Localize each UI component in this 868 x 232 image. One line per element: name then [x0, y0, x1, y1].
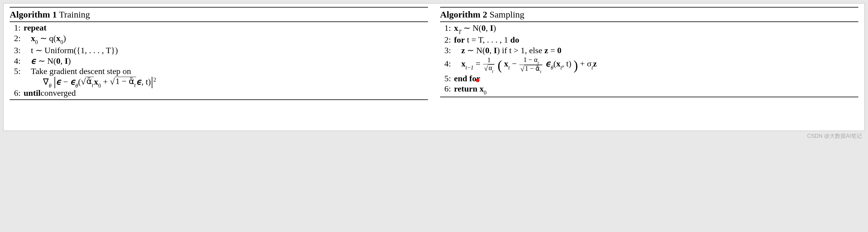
- l5: 5: Take gradient descent step on: [10, 67, 428, 77]
- algo1-num: Algorithm 1: [10, 9, 57, 20]
- l4: 4: ϵ ∼ N(0, I): [10, 56, 428, 67]
- r1: 1: xT ∼ N(0, I): [440, 23, 858, 35]
- rule-top: [10, 7, 428, 7]
- l2: 2: x0 ∼ q(x0): [10, 33, 428, 45]
- r5: 5: end for: [440, 74, 858, 84]
- l1: 1:repeat: [10, 23, 428, 33]
- rule-bot: [10, 100, 428, 100]
- cursor-dot-icon: [476, 79, 479, 82]
- l3: 3: t ∼ Uniform({1, . . . , T}): [10, 45, 428, 56]
- r2: 2: for t = T, . . . , 1 do: [440, 35, 858, 45]
- algorithm-2-column: Algorithm 2 Sampling 1: xT ∼ N(0, I) 2: …: [434, 4, 864, 130]
- algo1-title: Algorithm 1 Training: [10, 8, 428, 21]
- rule-mid-r: [440, 22, 858, 22]
- watermark: CSDN @大数据AI笔记: [0, 131, 868, 146]
- r4: 4: xt−1 = 1αt ( xt − 1 − αt1 − ᾱt ϵθ(xt,…: [440, 56, 858, 74]
- rule-top-r: [440, 7, 858, 7]
- l5-eq: ∇θ ϵ − ϵθ(ᾱtx0 + 1 − ᾱtϵ, t) 2: [43, 77, 428, 88]
- rule-bot-r: [440, 97, 858, 97]
- algo1-name: Training: [57, 9, 90, 20]
- l6: 6: until converged: [10, 88, 428, 99]
- r3: 3: z ∼ N(0, I) if t > 1, else z = 0: [440, 45, 858, 56]
- r6: 6: return x0: [440, 84, 858, 96]
- algorithm-container: Algorithm 1 Training 1:repeat 2: x0 ∼ q(…: [3, 3, 865, 131]
- algo2-name: Sampling: [487, 9, 525, 20]
- algo2-num: Algorithm 2: [440, 9, 487, 20]
- algo2-title: Algorithm 2 Sampling: [440, 8, 858, 21]
- rule-mid: [10, 22, 428, 22]
- algorithm-1-column: Algorithm 1 Training 1:repeat 2: x0 ∼ q(…: [4, 4, 434, 130]
